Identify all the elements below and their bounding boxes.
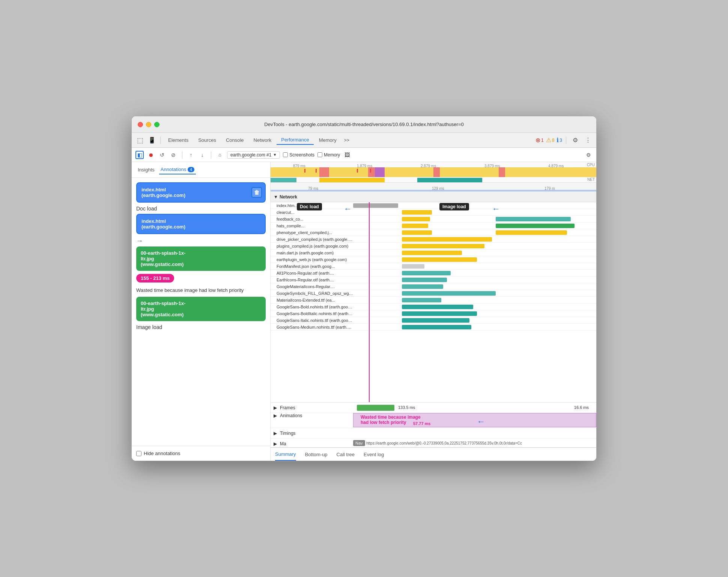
screenshots-capture-icon[interactable]: 🖼 bbox=[343, 151, 351, 159]
tab-performance[interactable]: Performance bbox=[277, 135, 313, 145]
network-bar-area bbox=[353, 243, 596, 249]
animations-label: ▶ Animations bbox=[271, 413, 353, 418]
perf-settings-icon[interactable]: ⚙ bbox=[584, 151, 593, 159]
toolbar-right: ⊗ 1 ⚠ 8 ℹ 3 ⚙ ⋮ bbox=[535, 135, 593, 146]
network-row-googlesymbols[interactable]: GoogleSymbcls_FILL_GRAD_opsz_wght.ttf (e… bbox=[271, 290, 596, 297]
main-expand-icon[interactable]: ▶ bbox=[274, 441, 277, 446]
network-bar bbox=[402, 311, 477, 316]
network-bar-area bbox=[353, 304, 596, 310]
upload-icon[interactable]: ↑ bbox=[187, 151, 195, 159]
time-range-section: 155 - 213 ms bbox=[136, 274, 266, 285]
traffic-lights bbox=[138, 122, 159, 127]
perf-sep2 bbox=[211, 151, 211, 159]
network-row-phenotype[interactable]: phenotype_client_compiled.j... bbox=[271, 229, 596, 236]
network-bar-area bbox=[353, 270, 596, 276]
annotation-label-2: index.html(earth.google.com) bbox=[141, 218, 260, 230]
settings-icon[interactable]: ⚙ bbox=[570, 135, 581, 146]
frames-expand-icon[interactable]: ▶ bbox=[274, 405, 277, 410]
network-wrapper: ▼ Network Doc load ← Image load ← bbox=[271, 192, 596, 447]
minimize-button[interactable] bbox=[146, 122, 151, 127]
network-row-earthplugin[interactable]: earthplugin_web.js (earth.google.com) bbox=[271, 256, 596, 263]
warning-count: ⚠ 8 bbox=[546, 137, 555, 144]
inspect-element-icon[interactable]: ⬚ bbox=[135, 135, 145, 146]
more-tabs-button[interactable]: >> bbox=[342, 136, 352, 144]
network-bar-area bbox=[353, 324, 596, 330]
network-row-hats[interactable]: hats_compile... bbox=[271, 222, 596, 229]
home-icon[interactable]: ⌂ bbox=[216, 151, 224, 159]
frames-time-133: 133.5 ms bbox=[398, 405, 415, 410]
tab-memory[interactable]: Memory bbox=[314, 136, 341, 144]
screenshots-checkbox-item[interactable]: Screenshots bbox=[283, 152, 314, 158]
sidebar-tab-insights[interactable]: Insights bbox=[136, 165, 156, 174]
network-bar-area bbox=[353, 297, 596, 303]
url-selector[interactable]: earth.google.com #1 ▼ bbox=[227, 151, 280, 159]
network-bar bbox=[402, 210, 432, 215]
annotation-label-4: 00-earth-splash-1x-ltr.jpg(www.gstatic.c… bbox=[141, 301, 261, 317]
nav-url: https://earth.google.com/web/@0.-0.27339… bbox=[366, 441, 522, 445]
tab-bottom-up[interactable]: Bottom-up bbox=[305, 449, 328, 460]
animations-expand-icon[interactable]: ▶ bbox=[274, 413, 277, 418]
bottom-tabs: Summary Bottom-up Call tree Event log bbox=[271, 447, 596, 461]
delete-annotation-button[interactable]: 🗑 bbox=[251, 187, 262, 198]
right-panel: CPU NET 879 ms 1,879 ms 2,879 ms 3,879 m… bbox=[271, 162, 596, 461]
frames-label: ▶ Frames bbox=[271, 405, 353, 410]
network-row-feedback[interactable]: feedback_co... bbox=[271, 216, 596, 222]
toolbar-right-sep bbox=[566, 137, 566, 144]
tab-call-tree[interactable]: Call tree bbox=[337, 449, 355, 460]
network-bar bbox=[402, 264, 424, 269]
doc-load-label: Doc load bbox=[136, 206, 266, 212]
sidebar-tab-bar: Insights Annotations 4 bbox=[132, 162, 270, 178]
animations-label-text: Animations bbox=[280, 413, 302, 418]
perf-sep1 bbox=[182, 151, 182, 159]
network-bar bbox=[402, 251, 462, 255]
reload-icon[interactable]: ↺ bbox=[158, 151, 166, 159]
warning-number: 8 bbox=[552, 138, 555, 143]
clear-icon[interactable]: ⊘ bbox=[169, 151, 177, 159]
network-row-googlesans-bold[interactable]: GoogleSans-Bold.nohints.ttf (earth.googl… bbox=[271, 304, 596, 310]
annotation-card-3: 00-earth-splash-1x-ltr.jpg(www.gstatic.c… bbox=[136, 246, 266, 271]
network-row-materialicons[interactable]: MaterialIcons-Extended.ttf (ea... bbox=[271, 297, 596, 304]
maximize-button[interactable] bbox=[154, 122, 159, 127]
network-bar-area bbox=[353, 222, 596, 229]
sidebar-toggle-icon[interactable]: ◧ bbox=[135, 151, 144, 159]
tab-network[interactable]: Network bbox=[249, 136, 276, 144]
screenshots-checkbox[interactable] bbox=[283, 152, 288, 157]
timings-label-text: Timings bbox=[280, 431, 296, 436]
time-range-badge: 155 - 213 ms bbox=[136, 274, 174, 282]
memory-checkbox[interactable] bbox=[317, 152, 322, 157]
network-row-main[interactable]: main.dart.js (earth.google.com) bbox=[271, 249, 596, 256]
network-bar bbox=[402, 284, 443, 289]
more-options-icon[interactable]: ⋮ bbox=[583, 135, 593, 146]
download-icon[interactable]: ↓ bbox=[198, 151, 206, 159]
network-row-googlematerial[interactable]: GoogleMaterialIcons-Regular.... bbox=[271, 283, 596, 290]
network-row-googlesans-medium[interactable]: GoogleSans-Medium.nohints.ttf (earth.goo… bbox=[271, 324, 596, 331]
network-row-drive[interactable]: drive_picker_compiled.js (earth.google.c… bbox=[271, 236, 596, 243]
hide-annotations-checkbox[interactable] bbox=[136, 451, 141, 456]
network-collapse-icon[interactable]: ▼ bbox=[274, 194, 278, 200]
tab-summary[interactable]: Summary bbox=[275, 448, 296, 461]
network-row-all1picons[interactable]: All1PIcons-Regular.otf (earth.... bbox=[271, 270, 596, 276]
devtools-tabs: Elements Sources Console Network Perform… bbox=[164, 135, 352, 145]
network-bar-area bbox=[353, 310, 596, 317]
network-bar-area bbox=[353, 256, 596, 263]
memory-checkbox-item[interactable]: Memory bbox=[317, 152, 340, 158]
tab-console[interactable]: Console bbox=[221, 136, 248, 144]
timings-content bbox=[353, 428, 596, 438]
network-row-googlesans-italic[interactable]: GoogleSans-Italic.nohints.ttf (earth.goo… bbox=[271, 317, 596, 324]
network-bar bbox=[402, 217, 430, 221]
network-row-fontmanifest[interactable]: FontManifest.json (earth.goog... bbox=[271, 263, 596, 270]
timings-expand-icon[interactable]: ▶ bbox=[274, 431, 277, 436]
record-icon[interactable]: ⏺ bbox=[147, 151, 155, 159]
tab-sources[interactable]: Sources bbox=[194, 136, 221, 144]
device-toolbar-icon[interactable]: 📱 bbox=[147, 135, 157, 146]
tab-elements[interactable]: Elements bbox=[164, 136, 193, 144]
network-bar bbox=[402, 291, 496, 296]
network-row-googlesans-bolditalic[interactable]: GoogleSans-BoldItalic.nohints.ttf (earth… bbox=[271, 310, 596, 317]
error-number: 1 bbox=[541, 138, 544, 143]
sidebar-tab-annotations[interactable]: Annotations 4 bbox=[159, 165, 196, 174]
network-row-earthicons[interactable]: EarthIcons-Regular.otf (earth.... bbox=[271, 276, 596, 283]
close-button[interactable] bbox=[138, 122, 143, 127]
network-row-plugins[interactable]: plugins_compiled.js (earth.google.com) bbox=[271, 243, 596, 249]
tab-event-log[interactable]: Event log bbox=[364, 449, 384, 460]
network-bar bbox=[402, 244, 484, 248]
